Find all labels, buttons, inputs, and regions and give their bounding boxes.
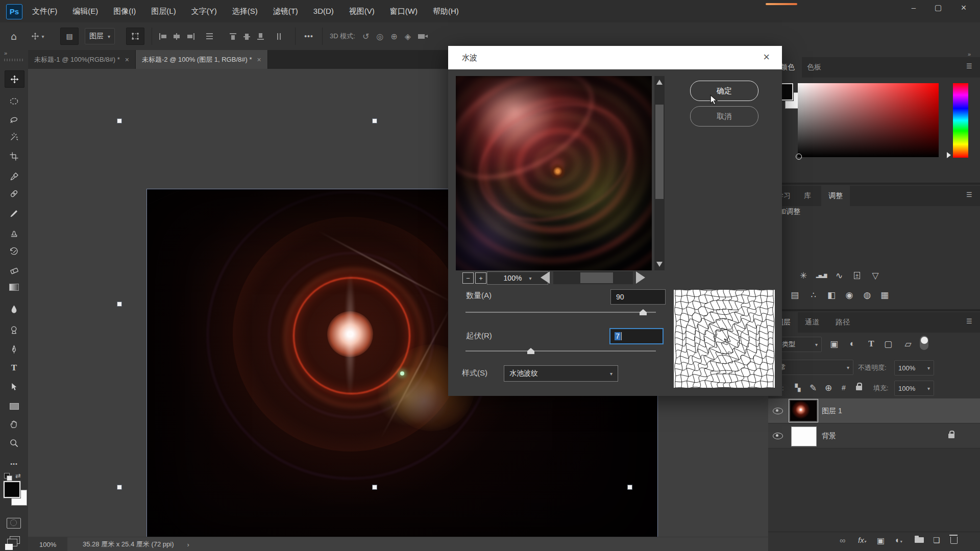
rectangle-tool-icon[interactable] xyxy=(5,398,23,414)
curves-icon[interactable]: ∿ xyxy=(832,269,846,282)
menu-10[interactable]: 帮助(H) xyxy=(425,0,467,22)
align-left-icon[interactable] xyxy=(159,33,167,40)
home-icon[interactable]: ⌂ xyxy=(0,31,28,42)
auto-select-target-dropdown[interactable]: 图层▾ xyxy=(85,28,115,44)
layer-style-icon[interactable]: fx▾ xyxy=(858,536,866,544)
vibrance-icon[interactable]: ▽ xyxy=(868,269,883,282)
magic-wand-tool-icon[interactable] xyxy=(5,129,23,145)
layer-thumbnail[interactable] xyxy=(791,427,817,446)
pen-tool-icon[interactable] xyxy=(5,341,23,357)
tab-swatches[interactable]: 色板 xyxy=(800,57,828,78)
amount-slider[interactable] xyxy=(465,312,656,313)
link-layers-icon[interactable]: ∞ xyxy=(840,536,845,545)
layer-name[interactable]: 背景 xyxy=(822,432,836,441)
zoom-level-field[interactable]: 100% xyxy=(28,537,67,551)
menu-0[interactable]: 文件(F) xyxy=(24,0,65,22)
tab-close-icon[interactable]: × xyxy=(125,56,129,64)
lock-artboard-icon[interactable]: # xyxy=(837,382,851,394)
opacity-field[interactable]: 100%▾ xyxy=(894,360,934,375)
color-panel-menu-icon[interactable]: ☰ xyxy=(966,62,972,70)
layer-row-1[interactable]: 图层 1 xyxy=(768,398,980,423)
status-chevron-icon[interactable]: › xyxy=(187,541,189,548)
layers-panel-menu-icon[interactable]: ☰ xyxy=(966,317,972,325)
layer-thumbnail[interactable] xyxy=(790,400,817,421)
ridges-slider[interactable] xyxy=(465,350,656,352)
exposure-icon[interactable]: ± xyxy=(850,269,864,282)
history-brush-tool-icon[interactable] xyxy=(5,243,23,260)
photo-filter-icon[interactable]: ◉ xyxy=(842,289,856,301)
ok-button[interactable]: 确定 xyxy=(690,81,758,101)
dialog-close-icon[interactable]: × xyxy=(763,51,770,64)
add-mask-icon[interactable]: ▣ xyxy=(877,536,885,545)
move-tool-preset-icon[interactable]: ▾ xyxy=(28,32,48,40)
hue-slider[interactable] xyxy=(953,83,968,158)
preview-hscrollbar[interactable] xyxy=(553,271,633,284)
tab-close-icon[interactable]: × xyxy=(257,56,261,64)
brush-tool-icon[interactable] xyxy=(5,205,23,221)
amount-field[interactable]: 90 xyxy=(610,289,666,305)
tab-libraries[interactable]: 库 xyxy=(797,186,818,206)
scroll-down-icon[interactable] xyxy=(656,262,663,267)
transform-handle-l[interactable] xyxy=(117,302,122,307)
preview-zoom-dropdown[interactable]: 100%▾ xyxy=(487,271,548,285)
preview-vscrollbar[interactable] xyxy=(654,76,665,270)
auto-select-toggle-icon[interactable]: ▤ xyxy=(60,28,79,45)
tab-channels[interactable]: 通道 xyxy=(798,312,826,333)
ellipse-marquee-tool-icon[interactable] xyxy=(5,93,23,109)
layer-filter-toggle[interactable] xyxy=(920,336,928,350)
menu-1[interactable]: 编辑(E) xyxy=(65,0,106,22)
levels-icon[interactable]: ▂▅▃▇ xyxy=(814,269,828,282)
menu-5[interactable]: 选择(S) xyxy=(225,0,265,22)
delete-layer-icon[interactable] xyxy=(950,537,958,544)
vscroll-thumb[interactable] xyxy=(655,105,664,199)
menu-6[interactable]: 滤镜(T) xyxy=(265,0,306,22)
color-lookup-icon[interactable]: ▦ xyxy=(877,289,892,301)
transform-handle-br[interactable] xyxy=(627,485,632,490)
align-right-icon[interactable] xyxy=(187,33,194,40)
camera-3d-icon[interactable] xyxy=(418,32,425,41)
filter-adjustment-layers-icon[interactable]: ◐ xyxy=(845,338,860,350)
distribute-v-icon[interactable] xyxy=(276,33,284,40)
type-tool-icon[interactable]: T xyxy=(5,360,23,376)
amount-slider-thumb[interactable] xyxy=(640,309,647,315)
tab-paths[interactable]: 路径 xyxy=(828,312,857,333)
tab-adjustments[interactable]: 调整 xyxy=(821,186,850,206)
hue-saturation-icon[interactable]: ▤ xyxy=(788,289,802,301)
scroll-up-icon[interactable] xyxy=(656,80,663,85)
cancel-button[interactable]: 取消 xyxy=(690,106,758,127)
adjustments-panel-menu-icon[interactable]: ☰ xyxy=(966,191,972,198)
pan-left-icon[interactable] xyxy=(541,271,550,284)
filter-preview[interactable] xyxy=(456,76,652,270)
ridges-field[interactable]: 7 xyxy=(609,328,664,344)
quick-mask-icon[interactable] xyxy=(7,518,21,529)
channel-mixer-icon[interactable]: ◍ xyxy=(860,289,874,301)
style-dropdown[interactable]: 水池波纹▾ xyxy=(504,365,618,382)
zoom-in-button[interactable]: + xyxy=(475,272,486,284)
lock-transparency-icon[interactable]: ▚ xyxy=(791,382,805,394)
eraser-tool-icon[interactable] xyxy=(5,262,23,278)
eyedropper-tool-icon[interactable] xyxy=(5,168,23,185)
roll-3d-icon[interactable]: ◎ xyxy=(376,32,383,41)
menu-4[interactable]: 文字(Y) xyxy=(184,0,225,22)
transform-controls-toggle-icon[interactable] xyxy=(126,28,144,45)
brightness-contrast-icon[interactable]: ✳ xyxy=(796,269,811,282)
dodge-tool-icon[interactable] xyxy=(5,321,23,338)
filter-shape-layers-icon[interactable]: ▢ xyxy=(881,338,895,350)
layer-row-2[interactable]: 背景 xyxy=(768,423,980,448)
restore-button[interactable]: ▢ xyxy=(927,0,949,15)
color-balance-icon[interactable]: ∴ xyxy=(806,289,821,301)
crop-tool-icon[interactable] xyxy=(5,148,23,164)
zoom-tool-icon[interactable] xyxy=(5,435,23,451)
color-field[interactable] xyxy=(798,83,939,157)
tools-grip[interactable] xyxy=(4,59,23,61)
close-button[interactable]: × xyxy=(952,0,975,15)
align-center-h-icon[interactable] xyxy=(173,33,181,40)
gradient-tool-icon[interactable] xyxy=(5,279,23,295)
filter-pixel-layers-icon[interactable]: ▣ xyxy=(827,338,841,350)
ridges-slider-thumb[interactable] xyxy=(527,348,534,354)
menu-9[interactable]: 窗口(W) xyxy=(382,0,425,22)
transform-handle-t[interactable] xyxy=(372,118,377,123)
align-top-icon[interactable] xyxy=(230,33,237,40)
lasso-tool-icon[interactable] xyxy=(5,111,23,128)
menu-2[interactable]: 图像(I) xyxy=(106,0,143,22)
